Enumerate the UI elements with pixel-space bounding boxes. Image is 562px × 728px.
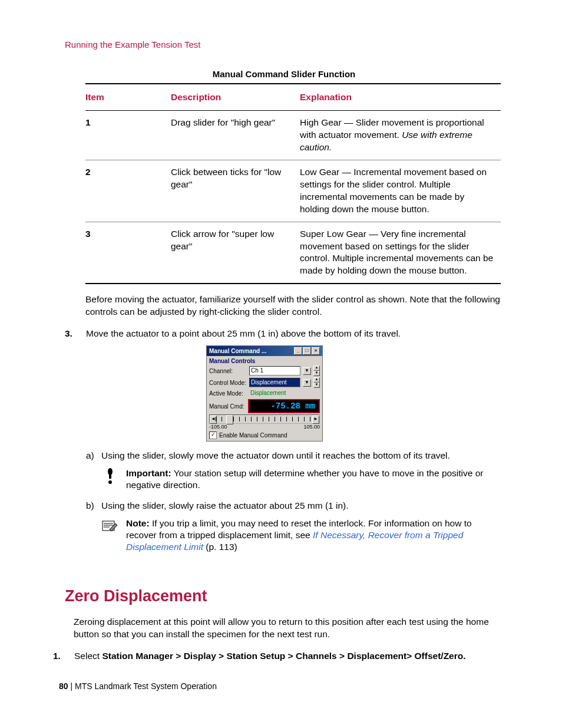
col-description: Description bbox=[171, 84, 300, 111]
cell-item: 2 bbox=[85, 160, 171, 222]
step-text: Move the actuator to a point about 25 mm… bbox=[86, 328, 503, 340]
note-icon bbox=[101, 518, 119, 535]
control-mode-select[interactable]: Displacement bbox=[249, 378, 300, 387]
note-body: Note: If you trip a limit, you may need … bbox=[126, 518, 503, 553]
cell-desc: Click arrow for "super low gear" bbox=[171, 222, 300, 284]
minimize-button[interactable]: _ bbox=[294, 347, 302, 355]
step-3: 3. Move the actuator to a point about 25… bbox=[65, 328, 503, 340]
important-body: Important: Your station setup will deter… bbox=[126, 467, 503, 491]
dialog-title: Manual Command ... bbox=[209, 347, 266, 355]
cell-expl: Low Gear — Incremental movement based on… bbox=[300, 160, 501, 222]
note-label: Note: bbox=[126, 518, 150, 528]
substep-mark: a) bbox=[86, 450, 101, 462]
slider-thumb[interactable] bbox=[226, 415, 233, 424]
important-text: Your station setup will determine whethe… bbox=[126, 468, 484, 490]
table-row: 3 Click arrow for "super low gear" Super… bbox=[85, 222, 501, 284]
control-mode-spin[interactable]: ▲▼ bbox=[313, 377, 320, 388]
control-mode-label: Control Mode: bbox=[209, 379, 247, 387]
enable-manual-label: Enable Manual Command bbox=[219, 431, 287, 439]
table-header-row: Item Description Explanation bbox=[85, 84, 501, 111]
important-label: Important: bbox=[126, 468, 171, 478]
dialog-titlebar[interactable]: Manual Command ... _ □ × bbox=[207, 346, 322, 356]
active-mode-label: Active Mode: bbox=[209, 390, 247, 397]
cell-item: 3 bbox=[85, 222, 171, 284]
manual-cmd-readout: -75.28 mm bbox=[248, 399, 320, 413]
important-icon bbox=[101, 467, 119, 485]
substep-mark: b) bbox=[86, 500, 101, 512]
slider-max: 105.00 bbox=[303, 424, 320, 431]
step-1-zero: 1. Select Station Manager > Display > St… bbox=[53, 650, 503, 662]
dialog-section: Manual Controls bbox=[207, 356, 322, 365]
substep-text: Using the slider, slowly raise the actua… bbox=[101, 500, 503, 512]
note-admonition: Note: If you trip a limit, you may need … bbox=[101, 518, 503, 553]
page-footer: 80 | MTS Landmark Test System Operation bbox=[59, 681, 217, 691]
svg-rect-1 bbox=[109, 474, 111, 479]
channel-spin[interactable]: ▲▼ bbox=[313, 365, 320, 376]
cell-desc: Click between ticks for "low gear" bbox=[171, 160, 300, 222]
zero-para: Zeroing displacement at this point will … bbox=[74, 616, 503, 641]
channel-dropdown-icon[interactable]: ▼ bbox=[303, 367, 311, 375]
substep-text: Using the slider, slowly move the actuat… bbox=[101, 450, 503, 462]
channel-select[interactable]: Ch 1 bbox=[249, 366, 300, 375]
cell-expl: High Gear — Slider movement is proportio… bbox=[300, 111, 501, 160]
footer-title: MTS Landmark Test System Operation bbox=[75, 681, 217, 691]
enable-manual-checkbox[interactable]: ✓ bbox=[209, 431, 217, 439]
maximize-button[interactable]: □ bbox=[303, 347, 311, 355]
channel-label: Channel: bbox=[209, 367, 247, 375]
cell-item: 1 bbox=[85, 111, 171, 160]
col-explanation: Explanation bbox=[300, 84, 501, 111]
command-slider[interactable]: ◄ ► bbox=[209, 414, 320, 424]
note-text-2: (p. 113) bbox=[203, 542, 237, 552]
slider-min: -105.00 bbox=[209, 424, 227, 431]
col-item: Item bbox=[85, 84, 171, 111]
running-head: Running the Example Tension Test bbox=[65, 39, 503, 51]
important-admonition: Important: Your station setup will deter… bbox=[101, 467, 503, 491]
close-button[interactable]: × bbox=[312, 347, 320, 355]
step-text: Select Station Manager > Display > Stati… bbox=[74, 650, 503, 662]
slider-arrow-right-icon[interactable]: ► bbox=[312, 416, 319, 424]
table-caption: Manual Command Slider Function bbox=[65, 68, 503, 80]
para-before-move: Before moving the actuator, familiarize … bbox=[85, 294, 503, 318]
substep-a: a) Using the slider, slowly move the act… bbox=[86, 450, 503, 462]
manual-command-dialog[interactable]: Manual Command ... _ □ × Manual Controls… bbox=[206, 345, 323, 442]
svg-point-2 bbox=[108, 480, 112, 484]
active-mode-value: Displacement bbox=[249, 389, 320, 397]
manual-cmd-label: Manual Cmd: bbox=[209, 403, 244, 410]
slider-function-table: Item Description Explanation 1 Drag slid… bbox=[85, 83, 501, 284]
table-row: 2 Click between ticks for "low gear" Low… bbox=[85, 160, 501, 222]
table-row: 1 Drag slider for "high gear" High Gear … bbox=[85, 111, 501, 160]
control-mode-dropdown-icon[interactable]: ▼ bbox=[303, 379, 311, 387]
heading-zero-displacement: Zero Displacement bbox=[65, 586, 503, 607]
cell-expl: Super Low Gear — Very fine incremental m… bbox=[300, 222, 501, 284]
page-number: 80 bbox=[59, 681, 68, 691]
cell-desc: Drag slider for "high gear" bbox=[171, 111, 300, 160]
substep-b: b) Using the slider, slowly raise the ac… bbox=[86, 500, 503, 512]
step-number: 3. bbox=[65, 328, 86, 340]
step-number: 1. bbox=[53, 650, 74, 662]
